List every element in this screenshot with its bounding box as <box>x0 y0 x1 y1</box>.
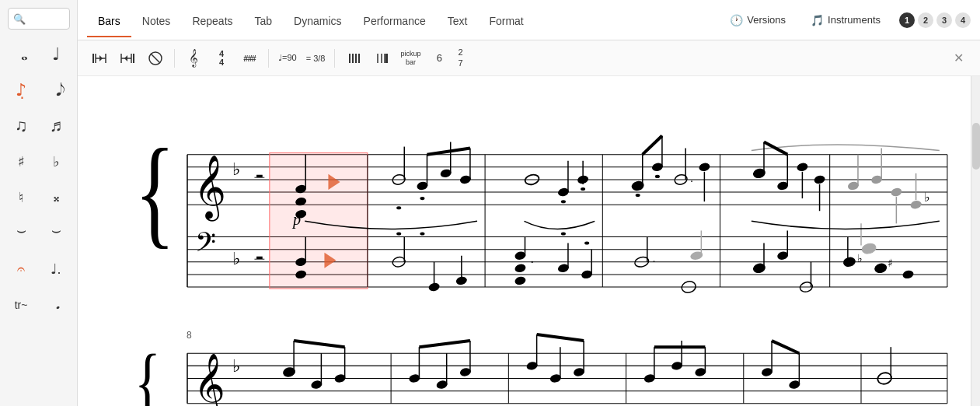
tab-bars[interactable]: Bars <box>87 4 131 37</box>
articulation-row-1: ⌢ ⌢ <box>4 216 74 250</box>
svg-text:♯: ♯ <box>888 257 893 269</box>
scrollbar-thumb[interactable] <box>972 123 980 170</box>
svg-point-72 <box>396 232 401 235</box>
tempo-button[interactable]: ♩=90 <box>275 46 300 71</box>
svg-text:♭: ♭ <box>232 249 240 268</box>
instruments-icon: 🎵 <box>811 14 824 26</box>
tab-text[interactable]: Text <box>437 4 479 37</box>
svg-line-177 <box>537 334 584 341</box>
clock-icon: 🕐 <box>730 14 743 26</box>
double-sharp[interactable]: 𝄪 <box>42 184 70 212</box>
instruments-button[interactable]: 🎵 Instruments <box>804 11 887 30</box>
svg-line-11 <box>151 54 160 63</box>
sharp-symbol[interactable]: ♯ <box>7 148 35 176</box>
svg-point-137 <box>874 262 888 275</box>
flat-symbol[interactable]: ♭ <box>42 148 70 176</box>
insert-bar-after-button[interactable] <box>115 46 140 71</box>
tab-tab[interactable]: Tab <box>244 4 284 37</box>
double-barline-button[interactable] <box>341 46 366 71</box>
tab-performance[interactable]: Performance <box>353 4 437 37</box>
insert-bar-before-button[interactable] <box>87 46 112 71</box>
close-toolbar-button[interactable]: ✕ <box>946 46 971 71</box>
bar-count-6-button[interactable]: 6 <box>427 46 452 71</box>
clef-button[interactable]: 𝄞 <box>181 46 206 71</box>
insert-bar-before-icon <box>92 51 107 66</box>
svg-point-140 <box>861 242 877 254</box>
tab-dynamics[interactable]: Dynamics <box>283 4 352 37</box>
badge-2[interactable]: 2 <box>918 12 933 28</box>
divider-3 <box>334 49 335 68</box>
trill[interactable]: tr~ <box>7 291 35 319</box>
svg-text:{: { <box>134 338 161 406</box>
pickup-bar-button[interactable]: pickup bar <box>397 46 424 71</box>
search-box[interactable]: 🔍 <box>8 8 70 30</box>
svg-text:p: p <box>291 211 301 229</box>
bar-27-top: 2 <box>458 47 462 58</box>
accidental-row-2: ♮ 𝄪 <box>4 180 74 215</box>
score-canvas[interactable]: { 𝄞 𝄢 ♭ ♭ 𝄼 𝄼 <box>78 76 971 406</box>
svg-point-76 <box>514 263 526 273</box>
svg-point-65 <box>420 197 424 200</box>
tab-notes[interactable]: Notes <box>131 4 182 37</box>
music-system-2: 8 { 𝄞 ♭ <box>93 330 955 406</box>
svg-marker-4 <box>99 55 103 61</box>
svg-point-116 <box>813 174 825 184</box>
meter-button[interactable]: = 3/8 <box>303 46 329 71</box>
svg-point-129 <box>890 187 902 197</box>
beamed-note[interactable]: ♫ <box>7 112 35 140</box>
svg-point-134 <box>842 256 857 268</box>
badge-3[interactable]: 3 <box>936 12 952 28</box>
time-signature-button[interactable]: 4 4 <box>209 46 234 71</box>
grace-note[interactable]: 𝅘 <box>42 291 70 319</box>
svg-point-90 <box>561 232 566 235</box>
music-system-1: { 𝄞 𝄢 ♭ ♭ 𝄼 𝄼 <box>93 92 955 306</box>
quarter-note[interactable]: ♩ <box>42 40 70 68</box>
svg-point-139 <box>902 269 914 279</box>
natural-symbol[interactable]: ♮ <box>7 184 35 212</box>
fermata[interactable]: 𝄐 <box>7 255 35 283</box>
note-row-3: ♫ ♬ <box>4 109 74 143</box>
score-svg-2: { 𝄞 ♭ <box>93 330 955 406</box>
note-row-2: ♪̣ 𝅘𝅥𝅮 <box>4 73 74 107</box>
dotted-quarter-note[interactable]: ♪̣ <box>7 76 35 104</box>
eighth-note[interactable]: 𝅘𝅥𝅮 <box>42 76 70 104</box>
main-area: Bars Notes Repeats Tab Dynamics Performa… <box>78 0 980 406</box>
badge-4[interactable]: 4 <box>955 12 971 28</box>
svg-text:{: { <box>134 124 175 259</box>
delete-bar-button[interactable] <box>143 46 168 71</box>
svg-text:♭: ♭ <box>857 252 863 264</box>
double-barline-icon <box>346 51 361 66</box>
versions-button[interactable]: 🕐 Versions <box>724 11 792 30</box>
vertical-scrollbar[interactable] <box>971 76 980 406</box>
score-svg-1: { 𝄞 𝄢 ♭ ♭ 𝄼 𝄼 <box>93 92 955 303</box>
tab-repeats[interactable]: Repeats <box>181 4 243 37</box>
key-signature-button[interactable]: ### <box>237 46 262 71</box>
note-row-1: 𝅝 ♩ <box>4 37 74 72</box>
dotted-note[interactable]: ♩. <box>42 255 70 283</box>
whole-note[interactable]: 𝅝 <box>7 40 35 68</box>
toolbar: 𝄞 4 4 ### ♩=90 = 3/8 <box>78 40 980 76</box>
beamed-note-2[interactable]: ♬ <box>42 112 70 140</box>
bar-27-button[interactable]: 2 7 <box>455 46 466 71</box>
sidebar: 🔍 𝅝 ♩ ♪̣ 𝅘𝅥𝅮 ♫ ♬ ♯ ♭ ♮ 𝄪 ⌢ ⌢ 𝄐 ♩. tr~ 𝅘 <box>0 0 78 406</box>
badge-1[interactable]: 1 <box>899 12 915 28</box>
svg-rect-19 <box>385 54 388 63</box>
system-2-label: 8 <box>187 330 192 341</box>
divider-1 <box>174 49 175 68</box>
pickup-bar-label-top: pickup <box>400 50 420 58</box>
slur-left[interactable]: ⌢ <box>7 219 35 247</box>
svg-line-157 <box>294 341 345 347</box>
score-area: { 𝄞 𝄢 ♭ ♭ 𝄼 𝄼 <box>78 76 980 406</box>
divider-2 <box>268 49 269 68</box>
svg-line-189 <box>772 341 799 353</box>
final-barline-button[interactable] <box>369 46 394 71</box>
svg-line-101 <box>643 135 662 154</box>
svg-text:♭: ♭ <box>232 159 240 179</box>
slur-right[interactable]: ⌢ <box>42 219 70 247</box>
tab-format[interactable]: Format <box>478 4 534 37</box>
search-icon: 🔍 <box>13 13 26 25</box>
svg-point-77 <box>514 275 526 285</box>
svg-rect-5 <box>133 54 134 63</box>
svg-point-73 <box>420 232 424 235</box>
svg-point-114 <box>796 162 808 172</box>
